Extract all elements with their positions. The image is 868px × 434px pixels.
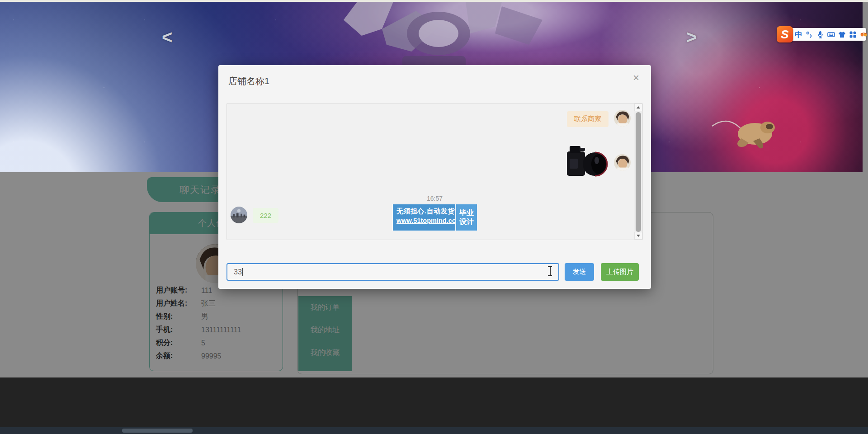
scrollbar-thumb[interactable] [636, 112, 641, 232]
upload-image-button[interactable]: 上传图片 [601, 263, 639, 281]
ime-toolbar: 中 [777, 26, 867, 42]
chat-message-input[interactable]: 33 [226, 263, 559, 281]
site-watermark: 无须担心.自动发货 www.51topmind.com 毕业 设计 [393, 204, 477, 231]
avatar [231, 207, 247, 223]
avatar [614, 110, 631, 127]
avatar [614, 154, 631, 171]
message-timestamp: 16:57 [227, 195, 642, 202]
message-product-image[interactable] [566, 142, 631, 180]
horizontal-scrollbar-thumb[interactable] [122, 429, 193, 433]
triangle-up-icon [637, 106, 640, 108]
watermark-text-block: 无须担心.自动发货 www.51topmind.com [393, 204, 455, 231]
ime-toolbar-bar: 中 [788, 28, 866, 41]
message-bubble: 联系商家 [567, 111, 609, 127]
sogou-logo[interactable]: S [777, 26, 793, 42]
ime-language-toggle[interactable]: 中 [795, 29, 802, 40]
astronaut-art [710, 106, 800, 160]
message-bubble: 222 [253, 208, 278, 223]
keyboard-icon[interactable] [827, 31, 835, 38]
toolbox-grid-icon[interactable] [849, 31, 857, 38]
watermark-badge-line2: 设计 [459, 217, 474, 226]
mouse-ibeam-cursor [548, 266, 552, 277]
top-edge-strip [0, 0, 868, 2]
watermark-badge-line1: 毕业 [459, 208, 474, 217]
emoji-face-icon[interactable] [860, 31, 868, 38]
horizontal-scrollbar[interactable] [0, 427, 868, 434]
punctuation-icon[interactable] [806, 31, 813, 38]
carousel-next-button[interactable]: > [686, 28, 697, 46]
page-root: < > 聊天记录 个人信息 用户账号: 111 用户姓名: 张三 性别: [0, 0, 868, 434]
skin-shirt-icon[interactable] [838, 31, 846, 38]
watermark-url: www.51topmind.com [396, 217, 453, 224]
input-caret [242, 268, 243, 276]
carousel-prev-button[interactable]: < [162, 28, 172, 46]
triangle-down-icon [637, 235, 640, 237]
shop-chat-modal: 店铺名称1 × 联系商家 [218, 65, 651, 289]
input-value: 33 [234, 268, 242, 276]
watermark-line1: 无须担心.自动发货 [396, 207, 453, 216]
chat-scrollbar[interactable] [634, 104, 642, 240]
camera-product-photo [566, 142, 609, 180]
send-button[interactable]: 发送 [565, 263, 594, 281]
scroll-down-button[interactable] [634, 232, 642, 240]
microphone-icon[interactable] [816, 31, 824, 38]
modal-title: 店铺名称1 [228, 75, 269, 87]
close-icon[interactable]: × [633, 72, 639, 83]
scroll-up-button[interactable] [634, 104, 642, 111]
message-merchant-inquiry: 联系商家 [567, 110, 631, 127]
watermark-badge: 毕业 设计 [455, 204, 477, 231]
message-user-text: 222 [231, 207, 278, 223]
